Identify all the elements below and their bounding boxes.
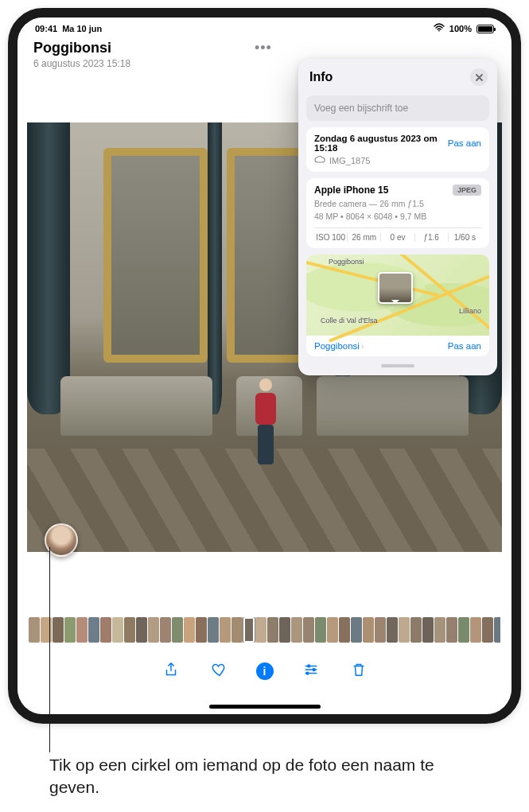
info-popover: Info Voeg een bijschrift toe Zondag 6 au…	[298, 59, 497, 375]
close-button[interactable]	[470, 68, 488, 86]
wifi-icon	[434, 23, 445, 34]
chevron-right-icon: ›	[361, 341, 364, 351]
dimensions-info: 48 MP8064 × 60489,7 MB	[314, 212, 481, 221]
thumbnail[interactable]	[76, 617, 88, 643]
sliders-icon	[302, 661, 320, 678]
thumbnail[interactable]	[363, 617, 374, 643]
callout-line	[49, 547, 50, 752]
bottom-toolbar: i	[18, 654, 511, 689]
thumbnail[interactable]	[446, 617, 457, 643]
map-label: Colle di Val d'Elsa	[321, 317, 378, 324]
ipad-frame: 09:41 Ma 10 jun 100% Poggibonsi 6 august…	[8, 8, 521, 724]
map-view[interactable]: Poggibonsi Colle di Val d'Elsa Lilliano	[306, 254, 489, 336]
thumbnail[interactable]	[29, 617, 40, 643]
exif-row: ISO 100 26 mm 0 ev ƒ1.6 1/60 s	[314, 227, 481, 242]
thumbnail[interactable]	[124, 617, 135, 643]
heart-icon	[210, 661, 228, 678]
thumbnail[interactable]	[148, 617, 159, 643]
trash-icon	[350, 661, 368, 678]
thumbnail[interactable]	[387, 617, 398, 643]
thumbnail[interactable]	[327, 617, 338, 643]
status-date: Ma 10 jun	[62, 24, 102, 33]
thumbnail[interactable]	[482, 617, 493, 643]
delete-button[interactable]	[348, 661, 369, 682]
filename-label: IMG_1875	[329, 156, 370, 165]
adjust-date-button[interactable]: Pas aan	[448, 138, 481, 148]
thumbnail[interactable]	[470, 617, 481, 643]
thumbnail[interactable]	[339, 617, 350, 643]
close-icon	[475, 73, 484, 82]
date-section: Zondag 6 augustus 2023 om 15:18 Pas aan …	[306, 127, 489, 172]
exif-iso: ISO 100	[314, 233, 348, 242]
favorite-button[interactable]	[208, 661, 229, 682]
thumbnail[interactable]	[422, 617, 434, 643]
location-link[interactable]: Poggibonsi›	[314, 341, 364, 351]
lens-info: Brede camera — 26 mm ƒ1.5	[314, 199, 481, 208]
battery-percent: 100%	[449, 24, 472, 33]
exif-shutter: 1/60 s	[449, 233, 481, 242]
thumbnail[interactable]	[184, 617, 195, 643]
thumbnail[interactable]	[196, 617, 207, 643]
map-section: Poggibonsi Colle di Val d'Elsa Lilliano …	[306, 254, 489, 356]
thumbnail[interactable]	[231, 617, 243, 643]
thumbnail[interactable]	[494, 617, 500, 643]
callout-text: Tik op een cirkel om iemand op de foto e…	[49, 754, 463, 799]
share-icon	[162, 661, 180, 678]
format-badge: JPEG	[453, 185, 481, 196]
thumbnail[interactable]	[399, 617, 410, 643]
battery-icon	[476, 25, 494, 33]
status-time: 09:41	[35, 24, 57, 33]
home-indicator[interactable]	[209, 705, 321, 709]
photo-header: Poggibonsi 6 augustus 2023 15:18	[33, 40, 130, 69]
page-title: Poggibonsi	[33, 40, 130, 56]
thumbnail[interactable]	[243, 617, 255, 643]
thumbnail[interactable]	[303, 617, 314, 643]
thumbnail[interactable]	[172, 617, 183, 643]
popover-title: Info	[309, 70, 333, 84]
exif-ev: 0 ev	[381, 233, 414, 242]
more-icon[interactable]: •••	[255, 40, 272, 56]
thumbnail[interactable]	[160, 617, 171, 643]
svg-point-0	[438, 30, 440, 32]
thumbnail-strip[interactable]	[29, 617, 500, 643]
thumbnail[interactable]	[351, 617, 362, 643]
thumbnail[interactable]	[208, 617, 219, 643]
thumbnail[interactable]	[112, 617, 123, 643]
thumbnail[interactable]	[88, 617, 99, 643]
share-button[interactable]	[161, 661, 181, 682]
thumbnail[interactable]	[434, 617, 445, 643]
thumbnail[interactable]	[410, 617, 422, 643]
info-button[interactable]: i	[256, 662, 274, 680]
status-bar: 09:41 Ma 10 jun 100%	[18, 17, 511, 37]
thumbnail[interactable]	[220, 617, 231, 643]
screen: 09:41 Ma 10 jun 100% Poggibonsi 6 august…	[18, 17, 511, 714]
photo-date: Zondag 6 augustus 2023 om 15:18	[314, 134, 443, 153]
map-label: Lilliano	[459, 307, 481, 315]
camera-section: Apple iPhone 15 JPEG Brede camera — 26 m…	[306, 178, 489, 248]
svg-point-1	[307, 664, 309, 666]
caption-input[interactable]: Voeg een bijschrift toe	[306, 95, 489, 121]
thumbnail[interactable]	[291, 617, 302, 643]
exif-focal: 26 mm	[348, 233, 381, 242]
thumbnail[interactable]	[136, 617, 147, 643]
thumbnail[interactable]	[279, 617, 290, 643]
thumbnail[interactable]	[64, 617, 76, 643]
popover-grabber[interactable]	[381, 364, 414, 367]
device-name: Apple iPhone 15	[314, 185, 388, 196]
map-label: Poggibonsi	[329, 258, 364, 266]
exif-aperture: ƒ1.6	[415, 233, 449, 242]
thumbnail[interactable]	[100, 617, 111, 643]
thumbnail[interactable]	[255, 617, 266, 643]
adjust-location-button[interactable]: Pas aan	[448, 341, 481, 351]
svg-point-3	[305, 672, 308, 674]
thumbnail[interactable]	[458, 617, 469, 643]
page-subtitle: 6 augustus 2023 15:18	[33, 58, 130, 69]
edit-button[interactable]	[301, 661, 321, 682]
cloud-icon	[314, 156, 325, 165]
thumbnail[interactable]	[375, 617, 386, 643]
thumbnail[interactable]	[53, 617, 64, 643]
map-pin-thumbnail[interactable]	[378, 272, 413, 304]
thumbnail[interactable]	[267, 617, 278, 643]
thumbnail[interactable]	[315, 617, 326, 643]
svg-point-2	[313, 668, 315, 670]
